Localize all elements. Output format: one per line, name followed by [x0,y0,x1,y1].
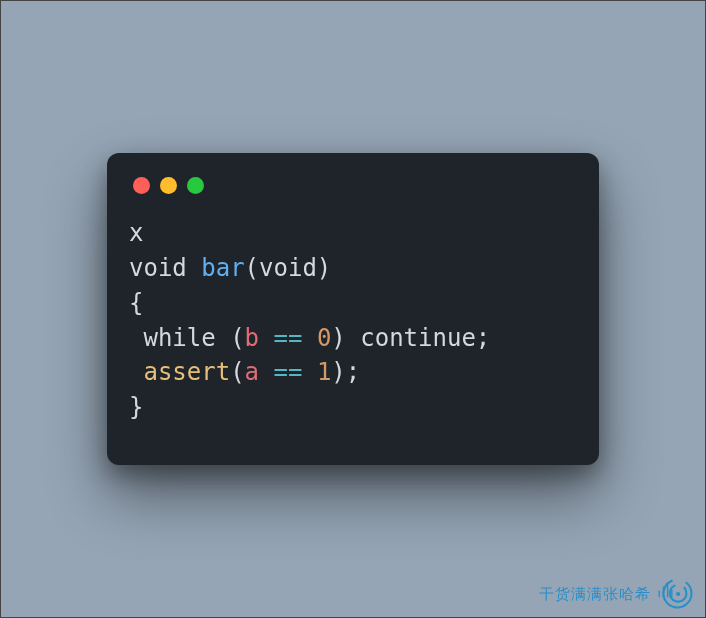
code-window: x void bar(void) { while (b == 0) contin… [107,153,599,465]
function-name-bar: bar [201,254,244,282]
operator-equals: == [274,324,303,352]
minimize-icon[interactable] [160,177,177,194]
code-line-6: } [129,393,143,421]
keyword-void: void [129,254,187,282]
keyword-while: while [143,324,215,352]
number-literal-1: 1 [317,358,331,386]
watermark-logo-icon [655,577,697,611]
function-call-assert: assert [143,358,230,386]
code-line-5: assert(a == 1); [129,358,360,386]
window-titlebar [129,171,577,216]
code-line-4: while (b == 0) continue; [129,324,490,352]
code-line-2: void bar(void) [129,254,331,282]
svg-point-4 [676,592,680,596]
keyword-continue: continue [360,324,476,352]
number-literal-0: 0 [317,324,331,352]
variable-a: a [245,358,259,386]
keyword-void: void [259,254,317,282]
code-line-1: x [129,219,143,247]
watermark-text: 干货满满张哈希 [539,585,651,604]
operator-equals: == [274,358,303,386]
code-block: x void bar(void) { while (b == 0) contin… [129,216,577,425]
close-icon[interactable] [133,177,150,194]
code-line-3: { [129,289,143,317]
variable-b: b [245,324,259,352]
watermark: 干货满满张哈希 [539,577,697,611]
zoom-icon[interactable] [187,177,204,194]
